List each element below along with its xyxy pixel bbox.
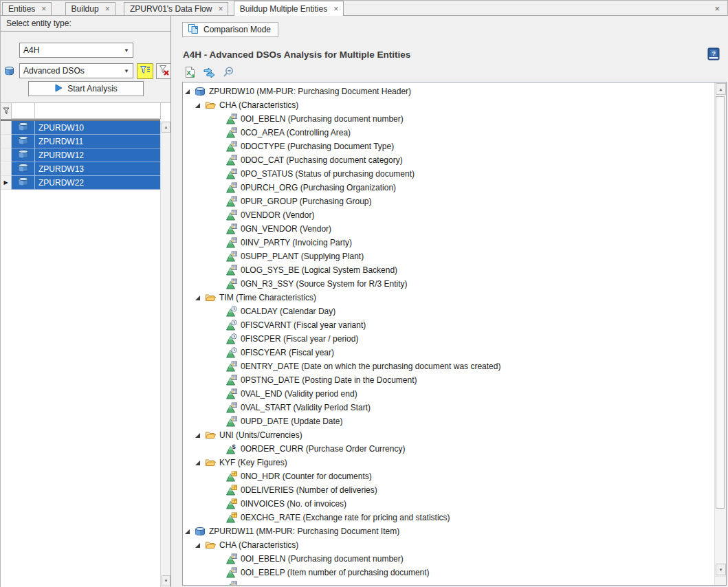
start-analysis-button[interactable]: Start Analysis [28,81,144,96]
scroll-down-icon[interactable]: ▼ [716,564,726,575]
close-tab-icon[interactable]: × [105,5,110,13]
tree-item[interactable]: 0EXCHG_RATE (Exchange rate for pricing a… [183,511,714,524]
tree-item-label: 0VENDOR (Vendor) [241,210,314,220]
tree-item[interactable]: 0LOG_SYS_BE (Logical System Backend) [183,263,714,277]
entity-name: ZPURDW13 [35,162,161,176]
zoom-out-icon[interactable] [222,66,235,79]
expander-icon[interactable] [184,529,195,535]
tree-scrollbar[interactable]: ▲ ▼ [714,82,726,585]
tree-item[interactable]: $0ORDER_CURR (Purchase Order Currency) [183,442,714,456]
tab-buildup-multiple-entities[interactable]: Buildup Multiple Entities× [234,1,344,16]
entity-row[interactable]: ZPURDW10 [1,121,170,135]
tree-item[interactable]: 0VAL_END (Validity period end) [183,387,714,401]
entity-row[interactable]: ▶ZPURDW22 [1,176,170,190]
scroll-up-icon[interactable]: ▲ [716,83,726,95]
filter-row-icon[interactable] [1,103,12,119]
system-dropdown-value: A4H [23,45,39,55]
close-tab-icon[interactable]: × [333,5,338,13]
tree-item[interactable]: CHA (Characteristics) [183,98,714,112]
dso-icon [195,86,206,97]
tree-item[interactable]: 0FISCYEAR (Fiscal year) [183,346,714,359]
tree-item[interactable]: ZPURDW10 (MM-PUR: Purchasing Document He… [183,85,714,98]
entity-list-filter-cell-name[interactable] [35,103,161,119]
tab-entities[interactable]: Entities× [2,2,52,15]
tree-item[interactable]: 0CALDAY (Calendar Day) [183,304,714,318]
row-selector-cell[interactable] [1,162,12,176]
row-selector-cell[interactable]: ▶ [1,176,12,190]
expander-icon[interactable] [195,295,205,301]
expander-icon[interactable] [184,89,195,95]
row-selector-cell[interactable] [1,121,12,135]
cha-icon [226,141,237,152]
comparison-mode-button[interactable]: Comparison Mode [182,22,278,37]
panel-close-icon[interactable]: × [714,3,720,14]
flow-arrows-icon[interactable] [203,66,216,79]
folder-icon [205,540,216,551]
tab-zpurv01-s-data-flow[interactable]: ZPURV01's Data Flow× [124,2,228,15]
close-tab-icon[interactable]: × [218,5,223,13]
excel-export-icon[interactable]: X [184,66,197,79]
expander-icon[interactable] [195,460,205,466]
row-selector-cell[interactable] [1,148,12,162]
tree-item[interactable]: 0FISCVARNT (Fiscal year variant) [183,318,714,332]
tree-item[interactable]: 0VAL_START (Validity Period Start) [183,401,714,414]
tree-item[interactable]: 0PO_STATUS (Status of purchasing documen… [183,167,714,181]
tree-item[interactable]: 0FISCPER (Fiscal year / period) [183,332,714,346]
system-dropdown[interactable]: A4H ▼ [19,43,133,58]
tree-item[interactable]: UNI (Units/Currencies) [183,428,714,442]
cha-icon [226,278,237,289]
tree-item[interactable]: 0NO_HDR (Counter for documents) [183,469,714,483]
scrollbar-corner [715,576,726,585]
cha-icon [226,567,237,578]
tree-item[interactable]: 0OI_EBELP (Item number of purchasing doc… [183,566,714,579]
entity-icon-cell [12,135,35,148]
tree-item[interactable]: 0PURCH_ORG (Purchasing Organization) [183,181,714,195]
entity-row[interactable]: ZPURDW12 [1,148,170,162]
tree-item[interactable]: 0DOCTYPE (Purchasing Document Type) [183,140,714,153]
tree-item[interactable]: 0OI_EBELN (Purchasing document number) [183,552,714,566]
tree-item[interactable]: 0INVOICES (No. of invoices) [183,497,714,511]
filter-funnel-icon [140,65,151,78]
tree-item[interactable]: 0CO_AREA (Controlling Area) [183,126,714,140]
expander-icon[interactable] [195,432,205,439]
tree-item-label: 0FISCYEAR (Fiscal year) [241,348,334,357]
tab-buildup[interactable]: Buildup× [65,2,115,15]
entity-list-filter-cell-icon[interactable] [12,103,35,119]
tree-item[interactable]: TIM (Time Characteristics) [183,291,714,304]
tree-item[interactable]: 0ENTRY_DATE (Date on which the purchasin… [183,359,714,373]
tree-item[interactable]: 0GN_R3_SSY (Source System for R/3 Entity… [183,277,714,291]
tree-item[interactable]: 0UPD_DATE (Update Date) [183,414,714,428]
database-icon [3,65,15,76]
entity-type-dropdown[interactable]: Advanced DSOs ▼ [19,63,133,78]
database-icon [18,162,29,175]
entity-list-scrollbar[interactable]: ▲ ▼ [160,121,170,587]
scroll-down-icon[interactable]: ▼ [162,575,170,586]
tree-item-label: 0OI_EBELN (Purchasing document number) [241,554,404,564]
tree-item[interactable]: 0DELIVERIES (Number of deliveries) [183,483,714,497]
clear-filter-button[interactable] [156,63,171,79]
tim-icon [226,320,237,331]
entity-row[interactable]: ZPURDW11 [1,135,170,148]
expander-icon[interactable] [195,542,205,549]
scroll-up-icon[interactable]: ▲ [162,122,170,133]
entity-type-dropdown-value: Advanced DSOs [23,66,85,76]
tree-item[interactable]: ZPURDW11 (MM-PUR: Purchasing Document It… [183,524,714,538]
tree-item[interactable]: KYF (Key Figures) [183,456,714,469]
tree-item[interactable]: 0GN_VENDOR (Vendor) [183,222,714,236]
tree-item[interactable] [183,579,714,585]
help-book-icon[interactable]: ? [707,47,720,60]
scrollbar-thumb[interactable] [716,96,725,509]
tree-item[interactable]: 0SUPP_PLANT (Supplying Plant) [183,250,714,263]
row-selector-cell[interactable] [1,135,12,148]
expander-icon[interactable] [195,102,205,109]
tree-item[interactable]: 0PSTNG_DATE (Posting Date in the Documen… [183,373,714,387]
tree-item[interactable]: 0INV_PARTY (Invoicing Party) [183,236,714,250]
close-tab-icon[interactable]: × [41,5,46,13]
tree-item[interactable]: 0DOC_CAT (Puchasing document category) [183,153,714,167]
tree-item[interactable]: CHA (Characteristics) [183,538,714,552]
tree-item[interactable]: 0PUR_GROUP (Purchasing Group) [183,195,714,208]
tree-item[interactable]: 0OI_EBELN (Purchasing document number) [183,112,714,126]
filter-button[interactable] [137,63,153,79]
entity-row[interactable]: ZPURDW13 [1,162,170,176]
tree-item[interactable]: 0VENDOR (Vendor) [183,208,714,222]
